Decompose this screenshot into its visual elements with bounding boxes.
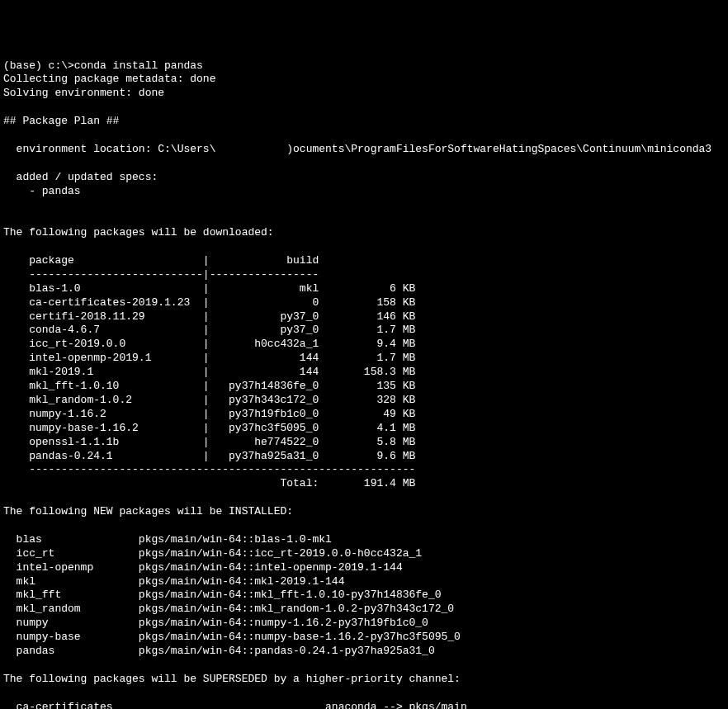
package-row: certifi-2018.11.29 | py37_0 146 KB <box>3 310 415 323</box>
package-row: intel-openmp-2019.1 | 144 1.7 MB <box>3 352 415 364</box>
install-row: mkl pkgs/main/win-64::mkl-2019.1-144 <box>3 575 344 588</box>
package-row: numpy-base-1.16.2 | py37hc3f5095_0 4.1 M… <box>3 422 415 434</box>
package-plan-header: ## Package Plan ## <box>3 115 119 127</box>
package-row: openssl-1.1.1b | he774522_0 5.8 MB <box>3 436 415 448</box>
terminal-output: (base) c:\>conda install pandas Collecti… <box>3 59 725 709</box>
solving-status: Solving environment: done <box>3 87 164 99</box>
install-header: The following NEW packages will be INSTA… <box>3 505 293 518</box>
table-divider: ----------------------------------------… <box>3 463 415 475</box>
install-row: pandas pkgs/main/win-64::pandas-0.24.1-p… <box>3 645 435 657</box>
supersede-header: The following packages will be SUPERSEDE… <box>3 673 461 685</box>
download-header: The following packages will be downloade… <box>3 226 274 239</box>
environment-location: environment location: C:\Users\ )ocument… <box>3 143 711 155</box>
package-row: mkl_fft-1.0.10 | py37h14836fe_0 135 KB <box>3 380 415 392</box>
package-row: conda-4.6.7 | py37_0 1.7 MB <box>3 324 415 336</box>
package-row: icc_rt-2019.0.0 | h0cc432a_1 9.4 MB <box>3 338 415 350</box>
package-row: numpy-1.16.2 | py37h19fb1c0_0 49 KB <box>3 408 415 420</box>
install-row: mkl_fft pkgs/main/win-64::mkl_fft-1.0.10… <box>3 588 442 601</box>
package-row: blas-1.0 | mkl 6 KB <box>3 282 415 295</box>
total-line: Total: 191.4 MB <box>3 477 415 489</box>
package-row: mkl-2019.1 | 144 158.3 MB <box>3 366 415 378</box>
install-row: icc_rt pkgs/main/win-64::icc_rt-2019.0.0… <box>3 547 422 560</box>
added-specs-item: - pandas <box>3 185 81 197</box>
install-row: intel-openmp pkgs/main/win-64::intel-ope… <box>3 561 403 574</box>
table-divider: ---------------------------|------------… <box>3 268 319 281</box>
supersede-row: ca-certificates anaconda --> pkgs/main <box>3 701 467 709</box>
command-prompt[interactable]: (base) c:\>conda install pandas <box>3 59 203 72</box>
install-row: mkl_random pkgs/main/win-64::mkl_random-… <box>3 603 454 615</box>
package-row: pandas-0.24.1 | py37ha925a31_0 9.6 MB <box>3 450 415 462</box>
package-row: ca-certificates-2019.1.23 | 0 158 KB <box>3 296 415 309</box>
install-row: numpy pkgs/main/win-64::numpy-1.16.2-py3… <box>3 617 428 629</box>
collecting-status: Collecting package metadata: done <box>3 73 215 85</box>
added-specs-label: added / updated specs: <box>3 171 158 183</box>
install-row: numpy-base pkgs/main/win-64::numpy-base-… <box>3 631 461 643</box>
package-row: mkl_random-1.0.2 | py37h343c172_0 328 KB <box>3 394 415 406</box>
install-row: blas pkgs/main/win-64::blas-1.0-mkl <box>3 533 332 546</box>
table-header: package | build <box>3 254 319 267</box>
